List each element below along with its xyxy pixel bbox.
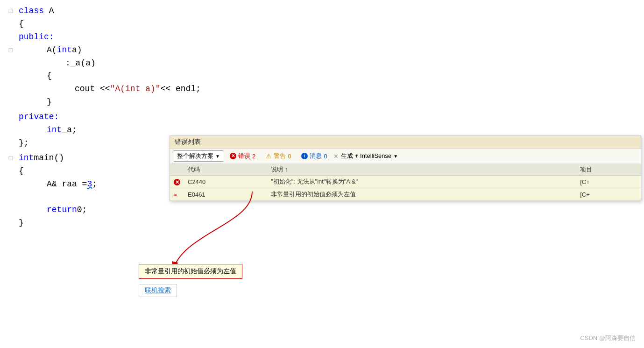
code-line-10: int _a; [0,124,644,137]
code-token: class [19,5,44,18]
info-filter-button[interactable]: i 消息 0 [297,151,331,161]
scope-dropdown[interactable]: 整个解决方案 ▼ [174,150,223,162]
warn-icon: ⚠ [266,152,272,160]
error-project-cell-2: [C+ [576,188,641,201]
code-token: private: [19,111,59,124]
code-token: return [47,204,77,217]
collapse-icon-12[interactable]: □ [5,154,19,164]
col-desc: 说明 ↑ [267,164,576,176]
code-token: }; [19,137,29,150]
scope-label: 整个解决方案 [177,152,213,160]
error-panel: 错误列表 整个解决方案 ▼ ✕ 错误 2 ⚠ 警告 0 i 消息 [170,135,641,201]
watermark-text: CSDN @阿森要自信 [580,334,636,341]
code-line-17: } [0,217,644,230]
error-label: 错误 [238,152,250,160]
collapse-icon-1[interactable]: □ [5,7,19,17]
code-line-1: □ class A [0,5,644,18]
code-token: << endl; [161,83,201,96]
code-token: { [19,165,24,178]
table-row[interactable]: ≈ E0461 非常量引用的初始值必须为左值 [C+ [170,188,641,201]
warn-label: 警告 [274,152,286,160]
warn-filter-button[interactable]: ⚠ 警告 0 [262,151,295,161]
error-code-cell: C2440 [184,176,267,188]
col-icon [170,164,184,176]
code-token: } [47,96,52,109]
code-token: _a; [62,124,77,137]
dropdown-arrow-icon: ▼ [215,154,220,159]
tooltip-text: 非常量引用的初始值必须为左值 [145,267,236,275]
code-token: "A(int a)" [110,83,161,96]
error-count: 2 [252,153,255,160]
code-token: A( [47,44,57,57]
online-search-label: 联机搜索 [145,286,171,294]
code-token: a) [72,44,82,57]
error-project-cell: [C+ [576,176,641,188]
error-table: 代码 说明 ↑ 项目 ✕ C2440 "初始化": 无法从"int"转换为"A … [170,164,641,201]
code-token-squiggly: 3 [87,178,92,191]
squiggly-row-icon: ≈ [174,192,177,198]
error-row-icon: ✕ [174,179,180,185]
code-token: ; [92,178,97,191]
gen-dropdown-arrow: ▼ [393,154,398,159]
code-editor: □ class A { public: □ A(int a) :_a(a) { … [0,0,644,348]
code-token: :_a(a) [65,57,96,70]
code-token: 0; [77,204,87,217]
code-line-9: private: [0,111,644,124]
code-line-8: } [0,96,644,109]
code-token: public: [19,31,54,44]
code-token: main() [34,152,64,165]
info-icon: i [301,153,308,159]
gen-label: 生成 + IntelliSense [341,152,391,160]
error-icon: ✕ [230,153,236,159]
code-token: int [57,44,72,57]
code-token: A& raa = [47,178,87,191]
code-token: { [47,70,52,83]
squiggly-icon-cell: ≈ [170,188,184,201]
error-desc-cell-2: 非常量引用的初始值必须为左值 [267,188,576,201]
code-line-4: □ A(int a) [0,44,644,57]
code-line-3: public: [0,31,644,44]
error-code-cell-2: E0461 [184,188,267,201]
table-row[interactable]: ✕ C2440 "初始化": 无法从"int"转换为"A &" [C+ [170,176,641,188]
code-token: cout << [75,83,110,96]
error-icon-cell: ✕ [170,176,184,188]
code-line-7: cout << "A(int a)" << endl; [0,83,644,96]
error-filter-button[interactable]: ✕ 错误 2 [226,151,259,161]
code-token: int [19,152,34,165]
toolbar-separator: ✕ [334,151,339,161]
error-toolbar: 整个解决方案 ▼ ✕ 错误 2 ⚠ 警告 0 i 消息 0 ✕ [170,149,641,164]
code-token: A [44,5,54,18]
error-desc-cell: "初始化": 无法从"int"转换为"A &" [267,176,576,188]
code-token: { [19,18,24,31]
code-line-6: { [0,70,644,83]
code-line-16: return 0; [0,204,644,217]
info-label: 消息 [310,152,322,160]
info-count: 0 [324,153,327,160]
col-project: 项目 [576,164,641,176]
watermark: CSDN @阿森要自信 [580,334,636,342]
warn-count: 0 [288,153,291,160]
error-panel-title: 错误列表 [170,136,641,149]
code-line-5: :_a(a) [0,57,644,70]
code-token: int [47,124,62,137]
code-token: } [19,217,24,230]
gen-intellisense-dropdown[interactable]: 生成 + IntelliSense ▼ [341,152,398,160]
code-line-2: { [0,18,644,31]
table-header-row: 代码 说明 ↑ 项目 [170,164,641,176]
collapse-icon-4[interactable]: □ [5,46,19,56]
col-code: 代码 [184,164,267,176]
tooltip-popup: 非常量引用的初始值必须为左值 [139,264,242,279]
online-search-link[interactable]: 联机搜索 [139,284,177,297]
